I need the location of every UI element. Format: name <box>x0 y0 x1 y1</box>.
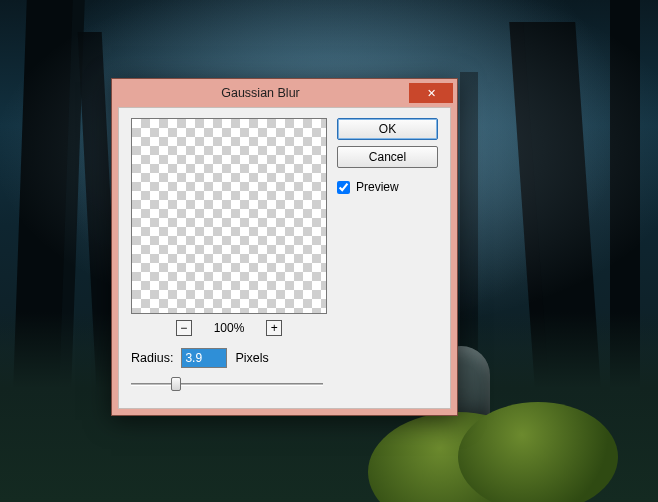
slider-track <box>131 383 323 386</box>
preview-area[interactable] <box>131 118 327 314</box>
radius-slider[interactable] <box>131 376 323 392</box>
radius-input[interactable] <box>181 348 227 368</box>
zoom-out-button[interactable]: − <box>176 320 192 336</box>
gaussian-blur-dialog: Gaussian Blur ✕ − 100% + OK Cancel <box>111 78 458 416</box>
cancel-button[interactable]: Cancel <box>337 146 438 168</box>
radius-label: Radius: <box>131 351 173 365</box>
preview-checkbox[interactable] <box>337 181 350 194</box>
preview-checkbox-row[interactable]: Preview <box>337 180 438 194</box>
radius-row: Radius: Pixels <box>131 348 438 368</box>
bush <box>458 402 618 502</box>
radius-unit: Pixels <box>235 351 268 365</box>
titlebar[interactable]: Gaussian Blur ✕ <box>112 79 457 107</box>
zoom-value: 100% <box>214 321 245 335</box>
dialog-title: Gaussian Blur <box>112 86 409 100</box>
dialog-body: − 100% + OK Cancel Preview Radius: <box>118 107 451 409</box>
ok-button[interactable]: OK <box>337 118 438 140</box>
close-button[interactable]: ✕ <box>409 83 453 103</box>
zoom-controls: − 100% + <box>131 320 327 336</box>
slider-thumb[interactable] <box>171 377 181 391</box>
preview-checkbox-label: Preview <box>356 180 399 194</box>
plus-icon: + <box>271 322 278 334</box>
minus-icon: − <box>180 322 187 334</box>
canvas-background: Gaussian Blur ✕ − 100% + OK Cancel <box>0 0 658 502</box>
zoom-in-button[interactable]: + <box>266 320 282 336</box>
close-icon: ✕ <box>427 88 436 99</box>
